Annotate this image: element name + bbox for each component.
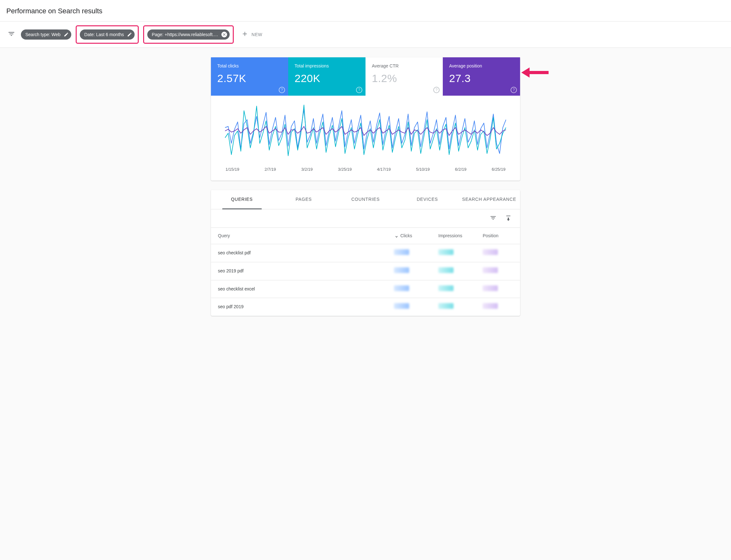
axis-tick: 4/17/19 bbox=[377, 167, 391, 172]
annotation-arrow-icon bbox=[521, 66, 549, 81]
metric-label: Average CTR bbox=[372, 63, 436, 69]
axis-tick: 2/7/19 bbox=[264, 167, 276, 172]
chip-label: Search type: Web bbox=[25, 32, 60, 37]
filter-list-icon bbox=[490, 218, 497, 222]
metrics-row: Total clicks 2.57K ? Total impressions 2… bbox=[211, 57, 520, 96]
metric-value: 27.3 bbox=[449, 71, 514, 86]
performance-chart bbox=[213, 99, 518, 165]
tab-pages[interactable]: PAGES bbox=[273, 190, 334, 209]
annotation-highlight-page: Page: +https://www.reliablesoft.… bbox=[143, 25, 234, 44]
add-filter-label: NEW bbox=[251, 32, 262, 37]
help-icon[interactable]: ? bbox=[433, 87, 440, 93]
table-filter-button[interactable] bbox=[488, 213, 498, 224]
metric-average-position[interactable]: Average position 27.3 ? bbox=[443, 57, 520, 96]
queries-table-card: QUERIESPAGESCOUNTRIESDEVICESSEARCH APPEA… bbox=[211, 190, 520, 316]
column-header-impressions[interactable]: Impressions bbox=[431, 228, 476, 244]
filter-list-icon bbox=[8, 30, 15, 39]
metric-label: Total clicks bbox=[217, 63, 282, 69]
cell-clicks bbox=[387, 298, 431, 316]
metric-label: Total impressions bbox=[295, 63, 359, 69]
help-icon[interactable]: ? bbox=[279, 87, 285, 93]
axis-tick: 6/25/19 bbox=[492, 167, 505, 172]
arrow-down-icon bbox=[394, 233, 399, 239]
metric-value: 1.2% bbox=[372, 71, 436, 86]
column-header-clicks[interactable]: Clicks bbox=[387, 228, 431, 244]
add-filter-button[interactable]: NEW bbox=[238, 29, 265, 40]
chip-label: Date: Last 6 months bbox=[84, 32, 124, 37]
chart-x-axis-ticks: 1/15/192/7/193/2/193/25/194/17/195/10/19… bbox=[213, 165, 518, 172]
help-icon[interactable]: ? bbox=[511, 87, 517, 93]
cell-clicks bbox=[387, 262, 431, 280]
annotation-highlight-date: Date: Last 6 months bbox=[76, 25, 139, 44]
cell-position bbox=[476, 298, 520, 316]
close-icon[interactable] bbox=[221, 32, 227, 37]
metric-total-impressions[interactable]: Total impressions 220K ? bbox=[288, 57, 365, 96]
axis-tick: 3/25/19 bbox=[338, 167, 352, 172]
axis-tick: 3/2/19 bbox=[301, 167, 313, 172]
pencil-icon bbox=[127, 32, 132, 37]
download-icon bbox=[505, 218, 512, 222]
overview-card: Total clicks 2.57K ? Total impressions 2… bbox=[211, 57, 520, 181]
cell-position bbox=[476, 244, 520, 262]
metric-label: Average position bbox=[449, 63, 514, 69]
cell-query: seo 2019 pdf bbox=[211, 262, 387, 280]
download-button[interactable] bbox=[504, 213, 513, 224]
filter-chip-search-type[interactable]: Search type: Web bbox=[21, 29, 71, 40]
cell-query: seo pdf 2019 bbox=[211, 298, 387, 316]
column-header-position[interactable]: Position bbox=[476, 228, 520, 244]
axis-tick: 5/10/19 bbox=[416, 167, 429, 172]
chip-label: Page: +https://www.reliablesoft.… bbox=[152, 32, 218, 37]
queries-table: Query Clicks Impressions Position seo ch… bbox=[211, 228, 520, 316]
pencil-icon bbox=[64, 32, 69, 37]
table-row[interactable]: seo checklist excel bbox=[211, 280, 520, 298]
filter-chip-page[interactable]: Page: +https://www.reliablesoft.… bbox=[147, 29, 230, 40]
table-row[interactable]: seo checklist pdf bbox=[211, 244, 520, 262]
cell-position bbox=[476, 262, 520, 280]
plus-icon bbox=[241, 30, 248, 38]
tab-devices[interactable]: DEVICES bbox=[397, 190, 458, 209]
cell-clicks bbox=[387, 244, 431, 262]
axis-tick: 6/2/19 bbox=[455, 167, 467, 172]
dimension-tabs: QUERIESPAGESCOUNTRIESDEVICESSEARCH APPEA… bbox=[211, 190, 520, 209]
cell-impressions bbox=[431, 298, 476, 316]
cell-clicks bbox=[387, 280, 431, 298]
filter-bar: Search type: Web Date: Last 6 months Pag… bbox=[0, 22, 731, 48]
metric-value: 2.57K bbox=[217, 71, 282, 86]
cell-query: seo checklist pdf bbox=[211, 244, 387, 262]
filter-icon-button[interactable] bbox=[6, 29, 16, 40]
table-row[interactable]: seo pdf 2019 bbox=[211, 298, 520, 316]
page-title: Performance on Search results bbox=[6, 6, 725, 16]
tab-search_appearance[interactable]: SEARCH APPEARANCE bbox=[458, 190, 520, 209]
cell-impressions bbox=[431, 244, 476, 262]
table-row[interactable]: seo 2019 pdf bbox=[211, 262, 520, 280]
tab-countries[interactable]: COUNTRIES bbox=[334, 190, 396, 209]
cell-query: seo checklist excel bbox=[211, 280, 387, 298]
cell-impressions bbox=[431, 280, 476, 298]
filter-chip-date-range[interactable]: Date: Last 6 months bbox=[80, 29, 135, 40]
axis-tick: 1/15/19 bbox=[226, 167, 239, 172]
cell-impressions bbox=[431, 262, 476, 280]
metric-value: 220K bbox=[295, 71, 359, 86]
metric-average-ctr[interactable]: Average CTR 1.2% ? bbox=[365, 57, 443, 96]
cell-position bbox=[476, 280, 520, 298]
help-icon[interactable]: ? bbox=[356, 87, 362, 93]
column-header-query[interactable]: Query bbox=[211, 228, 387, 244]
metric-total-clicks[interactable]: Total clicks 2.57K ? bbox=[211, 57, 288, 96]
tab-queries[interactable]: QUERIES bbox=[211, 190, 273, 209]
